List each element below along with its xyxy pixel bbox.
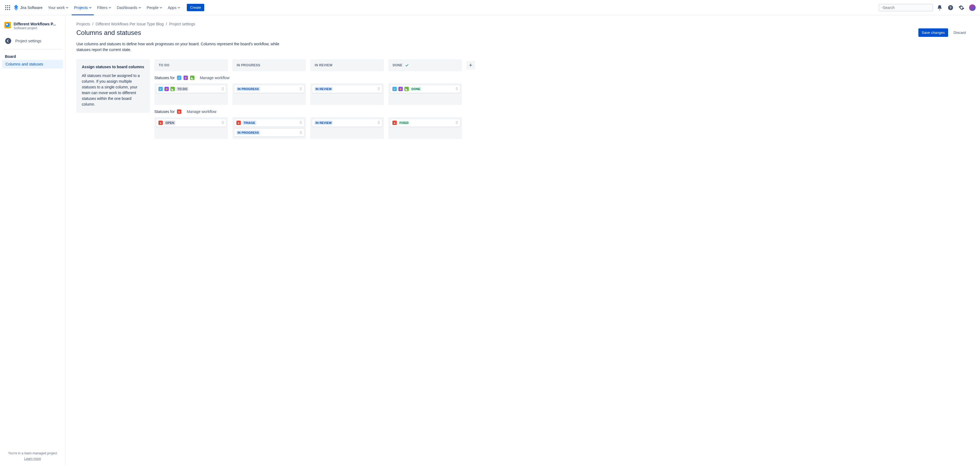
status-lozenge: DONE [410,87,422,91]
sidebar-learn-more[interactable]: Learn more [4,457,61,461]
column-header-to-do[interactable]: TO DO [154,59,228,71]
sidebar-footer-text: You're in a team-managed project [4,451,61,455]
status-lozenge: OPEN [164,121,175,125]
status-lozenge: IN REVIEW [314,87,332,91]
task-icon: ✓ [177,75,181,80]
nav-people[interactable]: People [145,4,165,11]
sidebar: Different Workflows P... Software projec… [0,15,65,465]
drag-handle-icon[interactable]: ⠿ [377,121,380,125]
status-card-open[interactable]: ●OPEN⠿ [156,119,226,127]
status-card-fixed[interactable]: ●FIXED⠿ [390,119,460,127]
column-header-in-review[interactable]: IN REVIEW [310,59,384,71]
svg-point-3 [5,7,6,8]
drag-handle-icon[interactable]: ⠿ [221,87,224,91]
settings-icon[interactable] [957,3,966,12]
column-header-done[interactable]: DONE [388,59,462,71]
column-body[interactable]: IN REVIEW⠿ [310,117,384,139]
workflow-label-row: Statuses for ✓ ⚡ ◣ Manage workflow [154,75,969,80]
nav-apps[interactable]: Apps [165,4,183,11]
status-card-in-review[interactable]: IN REVIEW⠿ [312,85,382,93]
svg-point-8 [9,9,10,10]
sidebar-item-columns-statuses[interactable]: Columns and statuses [2,60,63,69]
top-nav: Jira Software Your workProjectsFiltersDa… [0,0,980,15]
story-icon: ◣ [170,87,175,91]
svg-point-0 [5,5,6,6]
column-body[interactable]: ●FIXED⠿ [388,117,462,139]
jira-logo[interactable]: Jira Software [13,5,43,11]
manage-workflow-link[interactable]: Manage workflow [200,75,230,80]
app-switcher-icon[interactable] [3,3,12,12]
create-button[interactable]: Create [187,4,204,11]
svg-point-13 [5,38,11,44]
status-card-triage[interactable]: ●TRIAGE⠿ [234,119,304,127]
column-body[interactable]: ●TRIAGE⠿IN PROGRESS⠿ [232,117,306,139]
column-body[interactable]: IN REVIEW⠿ [310,83,384,105]
drag-handle-icon[interactable]: ⠿ [299,131,302,135]
column-body[interactable]: ✓ ⚡ ◣DONE⠿ [388,83,462,105]
epic-icon: ⚡ [183,75,188,80]
column-header-in-progress[interactable]: IN PROGRESS [232,59,306,71]
help-icon[interactable]: ? [946,3,955,12]
status-lozenge: IN PROGRESS [236,87,260,91]
manage-workflow-link[interactable]: Manage workflow [187,109,216,114]
status-lozenge: IN REVIEW [314,121,332,125]
nav-filters[interactable]: Filters [95,4,113,11]
status-card-in-progress[interactable]: IN PROGRESS⠿ [234,128,304,137]
column-body[interactable]: ●OPEN⠿ [154,117,228,139]
project-name: Different Workflows P... [14,22,56,26]
back-project-settings[interactable]: Project settings [2,35,63,46]
status-card-done[interactable]: ✓ ⚡ ◣DONE⠿ [390,85,460,93]
nav-dashboards[interactable]: Dashboards [115,4,143,11]
nav-projects[interactable]: Projects [72,4,94,11]
profile-avatar[interactable] [968,3,977,12]
workflow-label-row: Statuses for ● Manage workflow [154,109,969,114]
svg-text:?: ? [950,5,951,10]
bug-icon: ● [177,109,181,114]
status-lozenge: TO DO [177,87,188,91]
search-box[interactable] [878,4,933,11]
drag-handle-icon[interactable]: ⠿ [455,87,458,91]
drag-handle-icon[interactable]: ⠿ [299,87,302,91]
breadcrumb: Projects / Different Workflows Per Issue… [76,22,969,26]
status-card-in-review[interactable]: IN REVIEW⠿ [312,119,382,127]
status-lozenge: FIXED [398,121,410,125]
svg-point-6 [5,9,6,10]
status-card-to-do[interactable]: ✓ ⚡ ◣TO DO⠿ [156,85,226,93]
breadcrumb-settings[interactable]: Project settings [169,22,195,26]
epic-icon: ⚡ [398,87,403,91]
column-body[interactable]: ✓ ⚡ ◣TO DO⠿ [154,83,228,105]
story-icon: ◣ [190,75,194,80]
page-description: Use columns and statuses to define how w… [76,41,289,53]
drag-handle-icon[interactable]: ⠿ [299,121,302,125]
bug-icon: ● [392,121,397,125]
project-icon [4,22,11,29]
nav-your-work[interactable]: Your work [46,4,71,11]
breadcrumb-projects[interactable]: Projects [76,22,90,26]
bug-icon: ● [236,121,241,125]
svg-point-7 [7,9,8,10]
done-check-icon [405,63,409,67]
drag-handle-icon[interactable]: ⠿ [221,121,224,125]
notifications-icon[interactable] [935,3,944,12]
search-input[interactable] [883,5,931,10]
main-content: Projects / Different Workflows Per Issue… [65,15,980,465]
add-column-button[interactable]: + [466,61,475,70]
bug-icon: ● [158,121,163,125]
project-header[interactable]: Different Workflows P... Software projec… [2,22,63,35]
brand-text: Jira Software [20,5,43,10]
info-heading: Assign statuses to board columns [82,65,145,69]
info-body: All statuses must be assigned to a colum… [82,73,145,107]
sidebar-heading-board: Board [2,52,63,60]
svg-point-4 [7,7,8,8]
svg-point-2 [9,5,10,6]
discard-button[interactable]: Discard [950,29,969,37]
drag-handle-icon[interactable]: ⠿ [377,87,380,91]
status-lozenge: TRIAGE [242,121,256,125]
drag-handle-icon[interactable]: ⠿ [455,121,458,125]
status-card-in-progress[interactable]: IN PROGRESS⠿ [234,85,304,93]
breadcrumb-project[interactable]: Different Workflows Per Issue Type Blog [95,22,164,26]
column-body[interactable]: IN PROGRESS⠿ [232,83,306,105]
epic-icon: ⚡ [164,87,169,91]
task-icon: ✓ [158,87,163,91]
save-button[interactable]: Save changes [918,29,948,37]
